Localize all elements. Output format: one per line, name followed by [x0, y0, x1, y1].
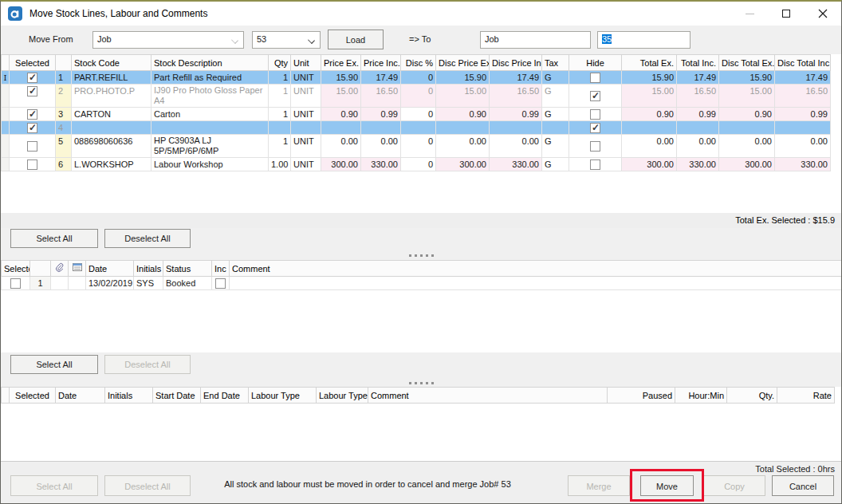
stock-row[interactable]: 3 CARTON Carton 1 UNIT 0.90 0.99 0 0.90 … [2, 108, 831, 121]
col-status: Status [163, 261, 212, 277]
title-bar: Move Stock Lines, Labour and Comments [1, 2, 841, 26]
from-number-value: 53 [257, 34, 266, 44]
stock-description: IJ90 Pro Photo Gloss Paper A4 [151, 85, 269, 108]
close-button[interactable] [805, 2, 841, 25]
to-type-field[interactable]: Job [480, 31, 591, 49]
row-hide-checkbox[interactable] [590, 159, 600, 170]
price-ex: 300.00 [321, 158, 361, 171]
stock-select-all-button[interactable]: Select All [10, 229, 98, 248]
row-number: 3 [56, 108, 72, 121]
splitter-grip[interactable] [1, 251, 841, 259]
unit: UNIT [291, 71, 321, 85]
row-hide-checkbox[interactable] [590, 109, 600, 120]
row-selected-checkbox[interactable] [27, 73, 37, 83]
move-button[interactable]: Move [640, 475, 694, 496]
attachment-icon [51, 261, 69, 277]
minimize-icon [746, 14, 754, 14]
tax: G [542, 85, 569, 108]
price-inc: 0.00 [361, 135, 401, 158]
stock-row[interactable]: I 1 PART.REFILL Part Refill as Required … [2, 71, 831, 85]
row-selected-checkbox[interactable] [27, 141, 37, 152]
stock-code: CARTON [72, 108, 151, 121]
stock-code [72, 121, 151, 135]
price-ex: 15.00 [321, 85, 361, 108]
stock-row[interactable]: 4 [2, 121, 831, 135]
total-ex: 0.00 [622, 135, 677, 158]
row-selected-checkbox[interactable] [27, 109, 37, 120]
col-selected: Selected [10, 388, 56, 404]
price-inc: 17.49 [361, 71, 401, 85]
copy-button[interactable]: Copy [703, 475, 765, 496]
cancel-button[interactable]: Cancel [772, 475, 834, 496]
row-hide-checkbox[interactable] [590, 141, 600, 152]
from-number-dropdown[interactable]: 53 [252, 31, 321, 49]
maximize-button[interactable] [768, 2, 805, 25]
col-num [56, 55, 72, 71]
col-labour-type-1: Labour Type [249, 388, 317, 404]
col-qty: Qty. [727, 388, 777, 404]
row-hide-checkbox[interactable] [590, 73, 600, 83]
row-hide-checkbox[interactable] [590, 91, 600, 101]
labour-total-selected: Total Selected : 0hrs [755, 464, 835, 474]
col-price-inc: Price Inc. [361, 55, 401, 71]
disc-price-ex: 0.90 [436, 108, 490, 121]
col-disc-total-ex: Disc Total Ex. [719, 55, 775, 71]
stock-row[interactable]: 2 PRO.PHOTO.P IJ90 Pro Photo Gloss Paper… [2, 85, 831, 108]
stock-deselect-all-button[interactable]: Deselect All [104, 229, 191, 248]
comments-select-all-button[interactable]: Select All [10, 355, 98, 374]
stock-description: HP C3903A LJ 5P/5MP/6P/6MP [151, 135, 269, 158]
stock-row[interactable]: 5 088698060636 HP C3903A LJ 5P/5MP/6P/6M… [2, 135, 831, 158]
labour-deselect-all-button[interactable]: Deselect All [104, 475, 191, 496]
unit: UNIT [291, 85, 321, 108]
comments-deselect-all-button[interactable]: Deselect All [104, 355, 191, 374]
to-arrow-label: => To [409, 34, 431, 44]
price-ex: 0.90 [321, 108, 361, 121]
tax: G [542, 71, 569, 85]
row-number: 1 [30, 277, 51, 290]
col-date: Date [56, 388, 105, 404]
total-ex: 300.00 [622, 158, 677, 171]
total-inc [677, 121, 719, 135]
from-type-value: Job [97, 34, 112, 44]
disc-price-ex: 0.00 [436, 135, 490, 158]
col-initials: Initials [105, 388, 153, 404]
col-hide: Hide [569, 55, 622, 71]
total-ex: 15.00 [622, 85, 677, 108]
col-disc-total-inc: Disc Total Inc. [775, 55, 831, 71]
to-number-field[interactable]: 35 [597, 31, 691, 49]
price-inc: 16.50 [361, 85, 401, 108]
labour-header-row: Selected Date Initials Start Date End Da… [2, 388, 835, 404]
disc-price-ex: 15.00 [436, 85, 490, 108]
stock-row[interactable]: 6 L.WORKSHOP Labour Workshop 1.00 UNIT 3… [2, 158, 831, 171]
row-selected-checkbox[interactable] [27, 86, 37, 96]
row-hide-checkbox[interactable] [590, 123, 600, 133]
minimize-button[interactable] [731, 2, 768, 25]
col-qty: Qty [269, 55, 291, 71]
disc-pct [401, 121, 436, 135]
col-hour-min: Hour:Min [675, 388, 727, 404]
row-selected-checkbox[interactable] [27, 159, 37, 170]
merge-button[interactable]: Merge [568, 475, 630, 496]
row-selected-checkbox[interactable] [10, 278, 21, 289]
price-inc: 330.00 [361, 158, 401, 171]
labour-select-all-button[interactable]: Select All [10, 475, 98, 496]
unit: UNIT [291, 158, 321, 171]
stock-grid: Selected Stock Code Stock Description Qt… [1, 54, 841, 213]
from-type-dropdown[interactable]: Job [92, 31, 244, 49]
price-ex [321, 121, 361, 135]
chevron-down-icon [308, 37, 315, 44]
row-selected-checkbox[interactable] [27, 123, 37, 133]
col-initials: Initials [134, 261, 163, 277]
splitter-grip[interactable] [1, 379, 841, 387]
total-ex [622, 121, 677, 135]
total-ex: 0.90 [622, 108, 677, 121]
disc-price-ex [436, 121, 490, 135]
row-number: 4 [56, 121, 72, 135]
note-icon [69, 261, 86, 277]
unit: UNIT [291, 108, 321, 121]
load-button[interactable]: Load [328, 30, 384, 49]
col-num [30, 261, 51, 277]
inc-checkbox[interactable] [215, 278, 226, 289]
disc-price-inc: 0.00 [490, 135, 542, 158]
comment-row[interactable]: 1 13/02/2019 SYS Booked [2, 277, 842, 290]
